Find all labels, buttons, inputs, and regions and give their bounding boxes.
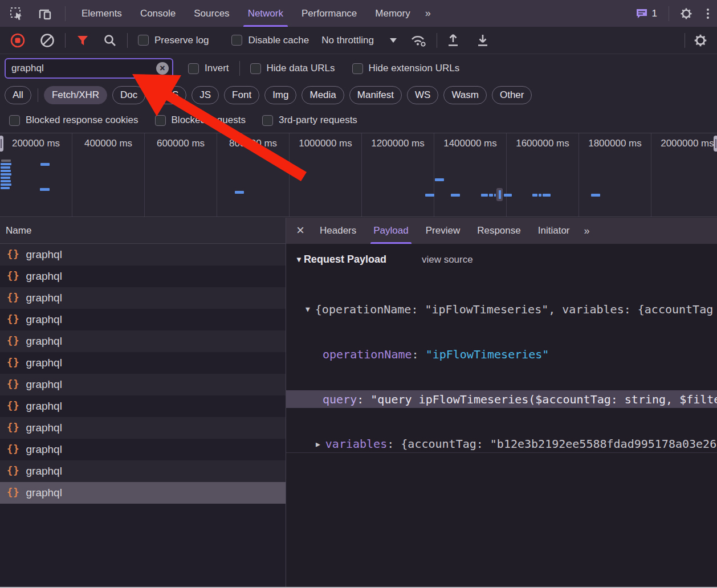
- waterfall-request-bar: [494, 194, 496, 197]
- close-detail-button[interactable]: ×: [293, 222, 311, 239]
- waterfall-request-bar: [1, 170, 11, 172]
- request-row-graphql[interactable]: {}graphql: [0, 287, 286, 309]
- blocked-requests-label: Blocked requests: [172, 115, 246, 126]
- chip-fetch-xhr[interactable]: Fetch/XHR: [44, 86, 107, 104]
- request-name: graphql: [26, 313, 62, 326]
- device-toolbar-button[interactable]: [30, 6, 58, 21]
- payload-variables-row[interactable]: ▶variables: {accountTag: "b12e3b2192ee55…: [286, 435, 717, 453]
- collapsed-triangle-icon: ▶: [316, 440, 320, 448]
- hide-extension-urls-checkbox[interactable]: [352, 63, 363, 74]
- request-name: graphql: [26, 335, 62, 348]
- search-button[interactable]: [103, 34, 117, 47]
- tab-memory[interactable]: Memory: [366, 0, 419, 27]
- blocked-response-cookies-group: Blocked response cookies: [9, 115, 138, 126]
- request-detail-panel: × HeadersPayloadPreviewResponseInitiator…: [286, 218, 717, 588]
- export-har-button[interactable]: [476, 33, 490, 48]
- request-name: graphql: [26, 378, 62, 391]
- waterfall-request-bar: [1, 180, 11, 182]
- tab-elements[interactable]: Elements: [72, 0, 131, 27]
- waterfall-request-bar: [504, 194, 512, 197]
- record-network-log-button[interactable]: [10, 33, 25, 48]
- request-name: graphql: [26, 292, 62, 304]
- tab-performance[interactable]: Performance: [292, 0, 366, 27]
- hide-data-urls-checkbox[interactable]: [250, 63, 261, 74]
- network-settings-button[interactable]: [693, 33, 708, 48]
- detail-tab-preview[interactable]: Preview: [417, 218, 469, 244]
- request-row-graphql[interactable]: {}graphql: [0, 330, 286, 352]
- timeline-right-grip[interactable]: [714, 136, 717, 152]
- request-row-graphql[interactable]: {}graphql: [0, 374, 286, 395]
- request-name: graphql: [26, 400, 62, 413]
- detail-tab-headers[interactable]: Headers: [311, 218, 365, 244]
- waterfall-request-bar: [435, 178, 444, 181]
- more-options-button[interactable]: [699, 9, 717, 19]
- chip-css[interactable]: CSS: [150, 86, 186, 104]
- clear-filter-icon[interactable]: ×: [156, 62, 169, 75]
- request-row-graphql[interactable]: {}graphql: [0, 244, 286, 266]
- import-har-button[interactable]: [446, 33, 460, 48]
- payload-operation-name-row[interactable]: operationName: "ipFlowTimeseries": [286, 345, 717, 363]
- name-column-header[interactable]: Name: [0, 218, 286, 244]
- detail-tab-response[interactable]: Response: [469, 218, 529, 244]
- request-row-graphql[interactable]: {}graphql: [0, 266, 286, 287]
- request-row-graphql[interactable]: {}graphql: [0, 309, 286, 330]
- timeline-tick-label: 400000 ms: [72, 133, 145, 217]
- throttling-select[interactable]: No throttling: [321, 35, 397, 46]
- payload-tree: ▼{operationName: "ipFlowTimeseries", var…: [286, 273, 717, 480]
- more-tabs-button[interactable]: »: [419, 7, 438, 19]
- timeline-left-grip[interactable]: [0, 136, 3, 152]
- clear-network-log-button[interactable]: [40, 33, 55, 48]
- chip-doc[interactable]: Doc: [112, 86, 145, 104]
- chip-js[interactable]: JS: [192, 86, 219, 104]
- waterfall-request-bar: [1, 187, 10, 189]
- blocked-response-cookies-checkbox[interactable]: [9, 115, 20, 126]
- message-bubble-icon: [635, 8, 648, 19]
- request-row-graphql[interactable]: {}graphql: [0, 395, 286, 417]
- timeline-tick-label: 1600000 ms: [507, 133, 579, 217]
- network-conditions-button[interactable]: [409, 33, 427, 48]
- invert-checkbox[interactable]: [188, 63, 199, 74]
- detail-tab-initiator[interactable]: Initiator: [529, 218, 579, 244]
- preserve-log-checkbox[interactable]: [138, 35, 149, 46]
- chip-img[interactable]: Img: [264, 86, 296, 104]
- detail-tab-payload[interactable]: Payload: [365, 218, 417, 244]
- issues-counter[interactable]: 1: [629, 8, 664, 19]
- blocked-requests-checkbox[interactable]: [155, 115, 166, 126]
- preserve-log-checkbox-group: Preserve log: [138, 35, 209, 46]
- disable-cache-checkbox[interactable]: [231, 35, 242, 46]
- request-row-graphql[interactable]: {}graphql: [0, 417, 286, 439]
- tab-console[interactable]: Console: [131, 0, 185, 27]
- inspect-element-button[interactable]: [0, 6, 30, 21]
- chip-media[interactable]: Media: [302, 86, 344, 104]
- chip-font[interactable]: Font: [224, 86, 259, 104]
- payload-query-row[interactable]: query: "query ipFlowTimeseries($accountT…: [286, 390, 717, 408]
- chip-all[interactable]: All: [5, 86, 31, 104]
- chip-manifest[interactable]: Manifest: [349, 86, 402, 104]
- network-overview-timeline[interactable]: 200000 ms400000 ms600000 ms800000 ms1000…: [0, 133, 717, 217]
- request-row-graphql[interactable]: {}graphql: [0, 439, 286, 460]
- third-party-requests-checkbox[interactable]: [262, 115, 273, 126]
- request-row-graphql[interactable]: {}graphql: [0, 460, 286, 482]
- request-name: graphql: [26, 357, 62, 369]
- filter-toggle-button[interactable]: [76, 34, 89, 47]
- request-payload-section-header[interactable]: ▼ Request Payload view source: [295, 254, 717, 266]
- waterfall-request-bar: [591, 194, 600, 197]
- waterfall-request-bar: [425, 194, 434, 197]
- settings-button[interactable]: [674, 7, 699, 21]
- view-source-link[interactable]: view source: [422, 254, 473, 266]
- payload-preview-line[interactable]: ▼{operationName: "ipFlowTimeseries", var…: [286, 300, 717, 318]
- more-detail-tabs-button[interactable]: »: [579, 225, 597, 237]
- tab-network[interactable]: Network: [239, 0, 292, 27]
- request-row-graphql[interactable]: {}graphql: [0, 482, 286, 504]
- tab-sources[interactable]: Sources: [185, 0, 238, 27]
- devtools-window: ElementsConsoleSourcesNetworkPerformance…: [0, 0, 717, 588]
- invert-label: Invert: [205, 63, 229, 74]
- chip-other[interactable]: Other: [492, 86, 532, 104]
- filter-input[interactable]: [6, 63, 156, 74]
- toolbar-separator-2: [127, 33, 128, 48]
- chip-wasm[interactable]: Wasm: [443, 86, 487, 104]
- waterfall-request-bar: [1, 177, 10, 179]
- request-row-graphql[interactable]: {}graphql: [0, 352, 286, 374]
- json-braces-icon: {}: [7, 443, 19, 455]
- chip-ws[interactable]: WS: [407, 86, 438, 104]
